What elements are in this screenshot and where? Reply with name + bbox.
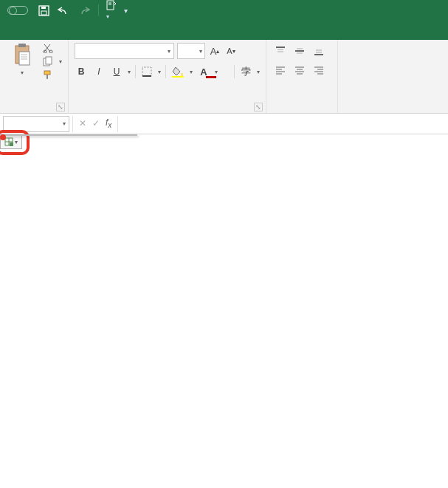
bold-button[interactable]: B [75, 63, 88, 80]
font-launcher-icon[interactable]: ⤡ [254, 103, 263, 111]
font-group: ▾ ▾ A▴ A▾ B I U▾ ▾ ▾ A▾ 孛▾ ⤡ [69, 40, 266, 113]
touch-mode-icon[interactable]: ▾ [106, 0, 117, 21]
clipboard-group: ▾ ▾ ⤡ [0, 40, 69, 113]
autosave-toggle[interactable] [4, 6, 28, 15]
autofill-options-menu [0, 134, 137, 136]
increase-font-icon[interactable]: A▴ [208, 43, 221, 59]
align-middle-icon[interactable] [292, 43, 308, 59]
align-bottom-icon[interactable] [311, 43, 327, 59]
title-bar: ▾ ▾ [0, 0, 448, 21]
svg-rect-1 [41, 11, 46, 15]
decrease-font-icon[interactable]: A▾ [224, 43, 238, 59]
save-icon[interactable] [38, 5, 49, 16]
cancel-formula-icon: ✕ [79, 118, 86, 128]
enter-formula-icon: ✓ [92, 118, 100, 128]
ribbon-tabs [0, 21, 448, 40]
alignment-group [266, 40, 338, 113]
autosave-switch-icon [7, 6, 28, 15]
copy-button[interactable]: ▾ [43, 56, 62, 66]
cut-button[interactable] [43, 43, 62, 53]
autofill-options-button[interactable]: ▾ [0, 134, 22, 149]
ribbon: ▾ ▾ ⤡ ▾ ▾ A▴ A▾ B I U▾ ▾ [0, 40, 448, 114]
font-size-combo[interactable]: ▾ [177, 43, 205, 59]
fx-icon[interactable]: fx [106, 117, 111, 129]
svg-rect-15 [46, 57, 52, 64]
paste-button[interactable]: ▾ [6, 43, 38, 76]
font-name-combo[interactable]: ▾ [75, 43, 174, 59]
svg-rect-21 [172, 76, 184, 78]
svg-rect-16 [44, 71, 50, 75]
svg-rect-3 [107, 1, 114, 10]
align-center-icon[interactable] [292, 62, 308, 78]
svg-rect-17 [46, 75, 48, 79]
svg-rect-18 [142, 67, 151, 76]
fill-color-button[interactable] [170, 63, 185, 80]
undo-icon[interactable] [57, 5, 70, 16]
redo-icon [77, 5, 91, 16]
svg-rect-2 [41, 7, 46, 9]
svg-rect-7 [18, 44, 26, 47]
format-painter-button[interactable] [43, 69, 62, 80]
align-top-icon[interactable] [272, 43, 289, 59]
align-left-icon[interactable] [272, 62, 289, 78]
align-right-icon[interactable] [311, 62, 327, 78]
italic-button[interactable]: I [92, 63, 106, 80]
formula-bar: ▾ ✕ ✓ fx [0, 114, 448, 134]
border-button[interactable] [140, 63, 154, 80]
svg-rect-20 [181, 73, 183, 76]
phonetic-button[interactable]: 孛 [239, 63, 252, 80]
svg-rect-8 [19, 52, 30, 65]
quick-access-toolbar: ▾ ▾ [38, 0, 128, 21]
clipboard-launcher-icon[interactable]: ⤡ [56, 103, 65, 111]
underline-button[interactable]: U [110, 63, 123, 80]
qat-customize-icon[interactable]: ▾ [124, 7, 128, 15]
